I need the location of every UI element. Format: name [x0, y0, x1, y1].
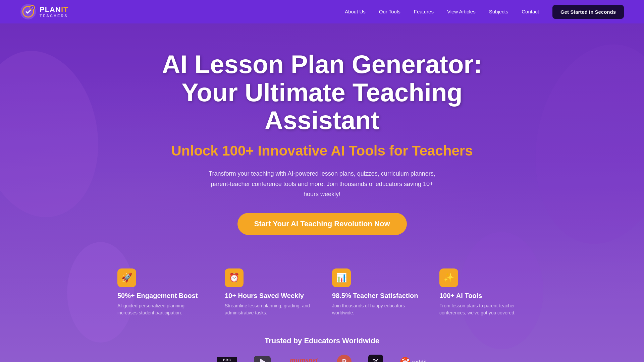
trusted-section: Trusted by Educators Worldwide BBC NEWS …: [0, 323, 644, 362]
nav-item-about[interactable]: About Us: [345, 9, 366, 15]
bbc-news-logo: BBC NEWS: [217, 357, 237, 362]
svg-text:✓: ✓: [31, 7, 34, 10]
nav-item-contact[interactable]: Contact: [522, 9, 539, 15]
hero-section: AI Lesson Plan Generator: Your Ultimate …: [0, 23, 644, 362]
stat-engagement-icon: 🚀: [117, 268, 136, 287]
stat-satisfaction-title: 98.5% Teacher Satisfaction: [332, 292, 419, 300]
stat-satisfaction-desc: Join thousands of happy educators worldw…: [332, 302, 419, 316]
stat-engagement-desc: AI-guided personalized planning increase…: [117, 302, 205, 316]
product-hunt-logo: P: [337, 355, 352, 362]
stat-tools-desc: From lesson plans to parent-teacher conf…: [439, 302, 527, 316]
svg-point-8: [407, 359, 410, 361]
stat-time-desc: Streamline lesson planning, grading, and…: [225, 302, 312, 316]
logo-text: PLANIT TEACHERS: [40, 6, 68, 18]
x-twitter-logo: [368, 355, 383, 362]
nav-item-articles[interactable]: View Articles: [447, 9, 476, 15]
nav-cta-button[interactable]: Get Started in Seconds: [552, 5, 624, 19]
nav-item-tools[interactable]: Our Tools: [379, 9, 400, 15]
stat-time: ⏰ 10+ Hours Saved Weekly Streamline less…: [215, 262, 322, 323]
hero-content: AI Lesson Plan Generator: Your Ultimate …: [154, 23, 490, 255]
stats-section: 🚀 50%+ Engagement Boost AI-guided person…: [87, 262, 557, 323]
hero-description: Transform your teaching with AI-powered …: [208, 169, 436, 199]
trusted-logos: BBC NEWS mumsnet by parents for parents: [0, 355, 644, 362]
mumsnet-logo: mumsnet by parents for parents: [287, 356, 320, 362]
stat-time-title: 10+ Hours Saved Weekly: [225, 292, 312, 300]
stat-satisfaction: 📊 98.5% Teacher Satisfaction Join thousa…: [322, 262, 429, 323]
logo[interactable]: ✓ PLANIT TEACHERS: [20, 4, 68, 20]
stat-engagement-title: 50%+ Engagement Boost: [117, 292, 205, 300]
hero-title: AI Lesson Plan Generator: Your Ultimate …: [154, 50, 490, 134]
youtube-logo: [254, 356, 271, 362]
logo-icon: ✓: [20, 4, 36, 20]
hero-cta-button[interactable]: Start Your AI Teaching Revolution Now: [237, 213, 407, 235]
reddit-icon: [400, 357, 411, 362]
nav-cta-item[interactable]: Get Started in Seconds: [552, 5, 624, 19]
stat-time-icon: ⏰: [225, 268, 244, 287]
trusted-title: Trusted by Educators Worldwide: [0, 337, 644, 345]
stat-tools: ✨ 100+ AI Tools From lesson plans to par…: [429, 262, 537, 323]
reddit-logo: reddit: [400, 357, 427, 362]
nav-item-features[interactable]: Features: [414, 9, 434, 15]
x-icon: [372, 358, 379, 362]
navbar: ✓ PLANIT TEACHERS About Us Our Tools Fea…: [0, 0, 644, 23]
stat-satisfaction-icon: 📊: [332, 268, 351, 287]
nav-item-subjects[interactable]: Subjects: [489, 9, 508, 15]
logo-name: PLANIT: [40, 6, 68, 14]
youtube-play-icon: [260, 359, 266, 362]
nav-links: About Us Our Tools Features View Article…: [345, 5, 624, 19]
logo-teachers: TEACHERS: [40, 14, 68, 18]
stat-tools-icon: ✨: [439, 268, 458, 287]
stat-engagement: 🚀 50%+ Engagement Boost AI-guided person…: [107, 262, 215, 323]
hero-subtitle: Unlock 100+ Innovative AI Tools for Teac…: [154, 142, 490, 159]
stat-tools-title: 100+ AI Tools: [439, 292, 527, 300]
